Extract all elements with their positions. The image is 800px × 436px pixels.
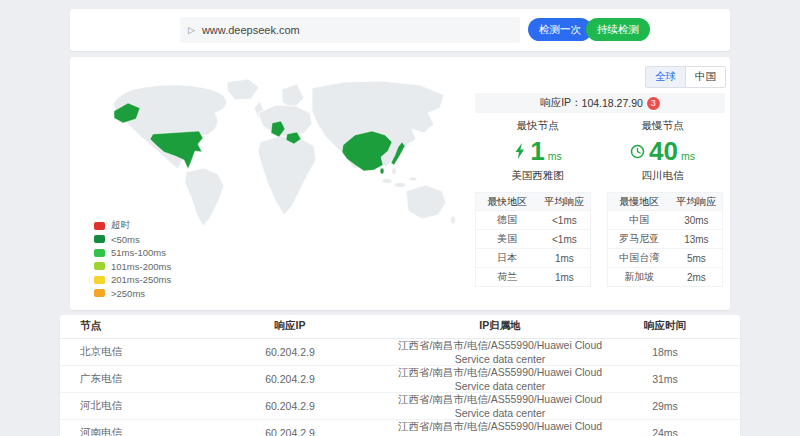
check-once-button[interactable]: 检测一次 <box>528 18 592 41</box>
slowest-node-location: 四川电信 <box>600 169 725 183</box>
slowest-region-row: 中国台湾 5ms <box>608 248 722 267</box>
map-landmass-north-america <box>113 85 227 169</box>
slowest-region-row: 新加坡 2ms <box>608 267 722 286</box>
node-ip: 60.204.2.9 <box>200 419 380 436</box>
scope-tabs: 全球 中国 <box>645 66 726 88</box>
slowest-node-stat: 最慢节点 40 ms 四川电信 <box>600 119 725 183</box>
region-name: 德国 <box>476 213 539 227</box>
legend-label: 超时 <box>111 219 130 232</box>
col-avg-response: 平均响应 <box>671 195 722 209</box>
region-name: 中国 <box>608 213 671 227</box>
legend-item: 51ms-100ms <box>94 246 171 259</box>
col-header-time: 响应时间 <box>620 315 740 338</box>
region-avg: 2ms <box>671 272 722 283</box>
table-row: 广东电信 60.204.2.9 江西省/南昌市/电信/AS55990/Huawe… <box>60 365 740 392</box>
slowest-node-unit: ms <box>681 150 695 162</box>
region-name: 美国 <box>476 232 539 246</box>
fastest-node-title: 最快节点 <box>475 119 600 133</box>
legend-label: >250ms <box>111 288 145 299</box>
node-ip: 60.204.2.9 <box>200 365 380 392</box>
legend-item: 201ms-250ms <box>94 273 171 286</box>
legend-item: <50ms <box>94 233 171 246</box>
region-name: 罗马尼亚 <box>608 232 671 246</box>
slowest-node-title: 最慢节点 <box>600 119 725 133</box>
map-landmass-africa <box>258 136 316 215</box>
fastest-node-location: 美国西雅图 <box>475 169 600 183</box>
response-ip-strip: 响应IP： 104.18.27.90 3 <box>475 93 725 113</box>
map-landmass-philippines <box>392 168 397 175</box>
map-landmass-south-america <box>185 168 224 226</box>
legend-swatch-gt250 <box>94 289 105 297</box>
fastest-node-unit: ms <box>548 150 562 162</box>
node-detail-table-card: 节点 响应IP IP归属地 响应时间 北京电信 60.204.2.9 江西省/南… <box>60 315 740 436</box>
node-time: 31ms <box>620 365 740 392</box>
node-time: 24ms <box>620 419 740 436</box>
node-time: 18ms <box>620 338 740 365</box>
legend-swatch-lt50 <box>94 235 105 243</box>
slowest-regions-table: 最慢地区 平均响应 中国 30ms 罗马尼亚 13ms 中国台湾 5ms 新加坡… <box>607 192 723 287</box>
fastest-regions-header: 最快地区 平均响应 <box>476 193 590 210</box>
continuous-check-button[interactable]: 持续检测 <box>586 18 650 41</box>
table-row: 北京电信 60.204.2.9 江西省/南昌市/电信/AS55990/Huawe… <box>60 338 740 365</box>
col-fastest-region: 最快地区 <box>476 195 539 209</box>
node-ip: 60.204.2.9 <box>200 338 380 365</box>
fastest-node-value: 1 <box>530 136 544 166</box>
node-location: 江西省/南昌市/电信/AS55990/Huawei Cloud Service … <box>380 392 620 419</box>
region-avg: <1ms <box>539 215 590 226</box>
legend-label: <50ms <box>111 234 140 245</box>
region-avg: <1ms <box>539 234 590 245</box>
node-ip: 60.204.2.9 <box>200 392 380 419</box>
node-location: 江西省/南昌市/电信/AS55990/Huawei Cloud Service … <box>380 365 620 392</box>
result-overview-card: 超时 <50ms 51ms-100ms 101ms-200ms 201ms-25… <box>70 57 730 310</box>
map-landmass-new-zealand <box>451 216 456 224</box>
table-row: 河北电信 60.204.2.9 江西省/南昌市/电信/AS55990/Huawe… <box>60 392 740 419</box>
map-landmass-australia <box>406 185 446 219</box>
lightning-icon <box>513 143 526 159</box>
col-header-node: 节点 <box>60 315 200 338</box>
slowest-region-row: 中国 30ms <box>608 210 722 229</box>
node-location: 江西省/南昌市/电信/AS55990/Huawei Cloud Service … <box>380 419 620 436</box>
col-avg-response: 平均响应 <box>539 195 590 209</box>
ip-count-badge[interactable]: 3 <box>647 97 660 110</box>
col-slowest-region: 最慢地区 <box>608 195 671 209</box>
fastest-regions-table: 最快地区 平均响应 德国 <1ms 美国 <1ms 日本 1ms 荷兰 1ms <box>475 192 591 287</box>
clock-icon <box>630 144 645 159</box>
region-avg: 13ms <box>671 234 722 245</box>
legend-swatch-201-250 <box>94 276 105 284</box>
table-row: 河南电信 60.204.2.9 江西省/南昌市/电信/AS55990/Huawe… <box>60 419 740 436</box>
legend-swatch-timeout <box>94 222 105 230</box>
region-avg: 30ms <box>671 215 722 226</box>
node-name: 广东电信 <box>60 365 200 392</box>
legend-item: >250ms <box>94 287 171 300</box>
tab-china[interactable]: 中国 <box>685 67 725 87</box>
col-header-location: IP归属地 <box>380 315 620 338</box>
fastest-region-row: 荷兰 1ms <box>476 267 590 286</box>
map-landmass-new-guinea <box>394 183 406 188</box>
url-input-value: www.deepseek.com <box>202 24 300 36</box>
map-country-taiwan[interactable] <box>380 168 384 174</box>
fastest-region-row: 美国 <1ms <box>476 229 590 248</box>
slowest-node-value: 40 <box>649 136 678 166</box>
region-avg: 1ms <box>539 272 590 283</box>
node-name: 河北电信 <box>60 392 200 419</box>
search-bar-card: ▷ www.deepseek.com 检测一次 持续检测 <box>70 9 730 51</box>
world-map[interactable] <box>84 72 466 232</box>
map-landmass-indonesia <box>382 179 392 184</box>
region-avg: 5ms <box>671 253 722 264</box>
slowest-region-row: 罗马尼亚 13ms <box>608 229 722 248</box>
response-ip-label: 响应IP： <box>540 96 581 110</box>
region-name: 日本 <box>476 251 539 265</box>
region-name: 新加坡 <box>608 270 671 284</box>
region-avg: 1ms <box>539 253 590 264</box>
play-triangle-icon: ▷ <box>188 25 195 35</box>
url-input[interactable]: ▷ www.deepseek.com <box>180 17 520 43</box>
table-header-row: 节点 响应IP IP归属地 响应时间 <box>60 315 740 338</box>
node-name: 北京电信 <box>60 338 200 365</box>
node-location: 江西省/南昌市/电信/AS55990/Huawei Cloud Service … <box>380 338 620 365</box>
world-map-svg <box>84 72 466 232</box>
region-name: 荷兰 <box>476 270 539 284</box>
tab-global[interactable]: 全球 <box>646 67 685 87</box>
slowest-regions-header: 最慢地区 平均响应 <box>608 193 722 210</box>
legend-item: 101ms-200ms <box>94 260 171 273</box>
legend-label: 51ms-100ms <box>111 247 166 258</box>
